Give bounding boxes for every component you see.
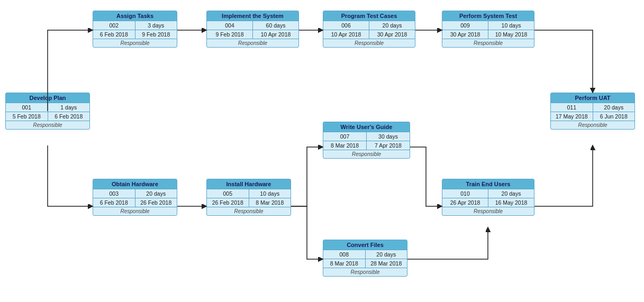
perform-uat-start: 17 May 2018 bbox=[551, 112, 593, 121]
perform-uat-duration: 20 days bbox=[593, 103, 635, 112]
write-guide-end: 7 Apr 2018 bbox=[367, 141, 410, 150]
arrow-perform-uat-from-test bbox=[534, 30, 593, 93]
program-test-end: 30 Apr 2018 bbox=[369, 30, 415, 39]
program-test-id: 006 bbox=[323, 21, 369, 30]
perform-test-duration: 10 days bbox=[488, 21, 534, 30]
arrow-install-convert bbox=[291, 206, 323, 259]
perform-test-title: Perform System Test bbox=[442, 11, 534, 21]
program-test-responsible: Responsible bbox=[323, 39, 415, 47]
develop-plan-duration: 1 days bbox=[48, 103, 90, 112]
perform-uat-responsible: Responsible bbox=[551, 121, 634, 129]
arrow-develop-obtain bbox=[48, 145, 93, 206]
implement-system-id: 004 bbox=[207, 21, 253, 30]
install-hardware-box: Install Hardware 005 10 days 26 Feb 2018… bbox=[206, 179, 291, 216]
convert-files-end: 28 Mar 2018 bbox=[366, 259, 407, 268]
write-guide-responsible: Responsible bbox=[323, 150, 410, 158]
convert-files-box: Convert Files 008 20 days 8 Mar 2018 28 … bbox=[323, 240, 407, 277]
program-test-title: Program Test Cases bbox=[323, 11, 415, 21]
arrow-write-train bbox=[410, 147, 442, 206]
install-hardware-duration: 10 days bbox=[249, 189, 291, 198]
perform-test-id: 009 bbox=[442, 21, 488, 30]
assign-tasks-end: 9 Feb 2018 bbox=[135, 30, 177, 39]
write-guide-duration: 30 days bbox=[367, 132, 410, 141]
assign-tasks-start: 6 Feb 2018 bbox=[93, 30, 135, 39]
arrow-install-write bbox=[291, 147, 323, 206]
assign-tasks-responsible: Responsible bbox=[93, 39, 177, 47]
install-hardware-title: Install Hardware bbox=[207, 179, 291, 189]
assign-tasks-duration: 3 days bbox=[135, 21, 177, 30]
train-users-end: 16 May 2018 bbox=[488, 198, 534, 207]
write-guide-start: 8 Mar 2018 bbox=[323, 141, 367, 150]
obtain-hardware-id: 003 bbox=[93, 189, 135, 198]
assign-tasks-id: 002 bbox=[93, 21, 135, 30]
perform-uat-box: Perform UAT 011 20 days 17 May 2018 6 Ju… bbox=[550, 93, 635, 130]
obtain-hardware-start: 6 Feb 2018 bbox=[93, 198, 135, 207]
write-guide-box: Write User's Guide 007 30 days 8 Mar 201… bbox=[323, 122, 410, 159]
arrow-convert-train bbox=[407, 227, 488, 259]
install-hardware-id: 005 bbox=[207, 189, 249, 198]
develop-plan-box: Develop Plan 001 1 days 5 Feb 2018 6 Feb… bbox=[5, 93, 90, 130]
train-users-box: Train End Users 010 20 days 26 Apr 2018 … bbox=[442, 179, 534, 216]
implement-system-start: 9 Feb 2018 bbox=[207, 30, 253, 39]
assign-tasks-title: Assign Tasks bbox=[93, 11, 177, 21]
program-test-start: 10 Apr 2018 bbox=[323, 30, 369, 39]
train-users-responsible: Responsible bbox=[442, 207, 534, 215]
convert-files-duration: 20 days bbox=[366, 250, 407, 259]
install-hardware-start: 26 Feb 2018 bbox=[207, 198, 249, 207]
train-users-duration: 20 days bbox=[488, 189, 534, 198]
obtain-hardware-title: Obtain Hardware bbox=[93, 179, 177, 189]
implement-system-responsible: Responsible bbox=[207, 39, 298, 47]
implement-system-box: Implement the System 004 60 days 9 Feb 2… bbox=[206, 11, 299, 48]
write-guide-title: Write User's Guide bbox=[323, 122, 410, 132]
obtain-hardware-end: 26 Feb 2018 bbox=[135, 198, 177, 207]
train-users-id: 010 bbox=[442, 189, 488, 198]
implement-system-duration: 60 days bbox=[253, 21, 298, 30]
implement-system-title: Implement the System bbox=[207, 11, 298, 21]
obtain-hardware-box: Obtain Hardware 003 20 days 6 Feb 2018 2… bbox=[93, 179, 177, 216]
develop-plan-start: 5 Feb 2018 bbox=[6, 112, 48, 121]
convert-files-responsible: Responsible bbox=[323, 268, 407, 276]
train-users-start: 26 Apr 2018 bbox=[442, 198, 488, 207]
convert-files-title: Convert Files bbox=[323, 240, 407, 250]
perform-test-box: Perform System Test 009 10 days 30 Apr 2… bbox=[442, 11, 534, 48]
program-test-duration: 20 days bbox=[369, 21, 415, 30]
perform-uat-id: 011 bbox=[551, 103, 593, 112]
program-test-box: Program Test Cases 006 20 days 10 Apr 20… bbox=[323, 11, 415, 48]
assign-tasks-box: Assign Tasks 002 3 days 6 Feb 2018 9 Feb… bbox=[93, 11, 177, 48]
develop-plan-id: 001 bbox=[6, 103, 48, 112]
develop-plan-responsible: Responsible bbox=[6, 121, 89, 129]
perform-uat-end: 6 Jun 2018 bbox=[593, 112, 635, 121]
perform-test-start: 30 Apr 2018 bbox=[442, 30, 488, 39]
install-hardware-end: 8 Mar 2018 bbox=[249, 198, 291, 207]
perform-test-responsible: Responsible bbox=[442, 39, 534, 47]
convert-files-id: 008 bbox=[323, 250, 366, 259]
obtain-hardware-responsible: Responsible bbox=[93, 207, 177, 215]
convert-files-start: 8 Mar 2018 bbox=[323, 259, 366, 268]
obtain-hardware-duration: 20 days bbox=[135, 189, 177, 198]
develop-plan-end: 6 Feb 2018 bbox=[48, 112, 90, 121]
implement-system-end: 10 Apr 2018 bbox=[253, 30, 298, 39]
install-hardware-responsible: Responsible bbox=[207, 207, 291, 215]
train-users-title: Train End Users bbox=[442, 179, 534, 189]
arrow-train-uat bbox=[534, 145, 593, 206]
write-guide-id: 007 bbox=[323, 132, 367, 141]
perform-uat-title: Perform UAT bbox=[551, 93, 634, 103]
perform-test-end: 10 May 2018 bbox=[488, 30, 534, 39]
develop-plan-title: Develop Plan bbox=[6, 93, 89, 103]
